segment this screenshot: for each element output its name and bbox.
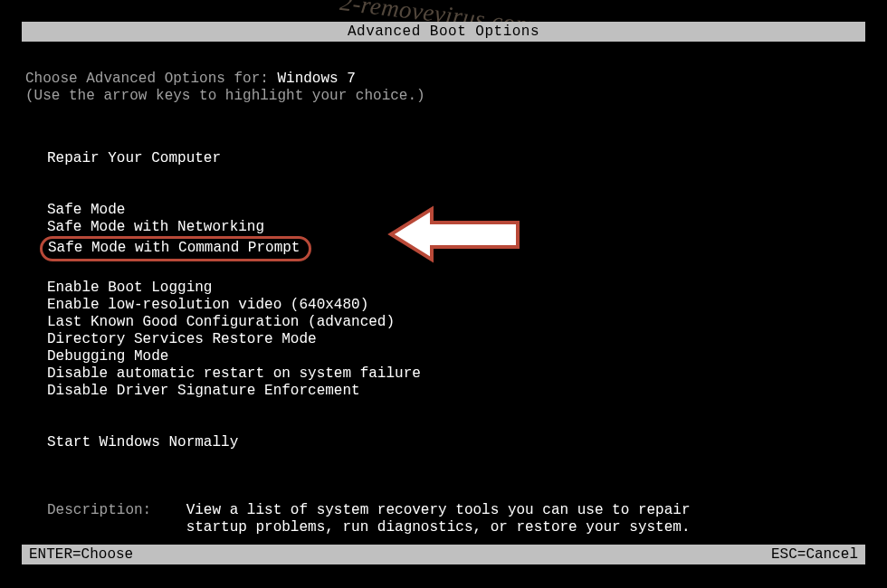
description-text-1: View a list of system recovery tools you… — [186, 502, 691, 518]
menu-item-debugging[interactable]: Debugging Mode — [47, 348, 168, 365]
menu-item-last-known-good[interactable]: Last Known Good Configuration (advanced) — [47, 314, 395, 331]
menu-item-low-res[interactable]: Enable low-resolution video (640x480) — [47, 297, 368, 314]
description-indent — [47, 519, 186, 536]
os-name: Windows 7 — [277, 71, 355, 87]
menu-item-safe-mode-cmd[interactable]: Safe Mode with Command Prompt — [48, 240, 300, 257]
footer-esc-hint: ESC=Cancel — [771, 546, 858, 563]
menu-item-ds-restore[interactable]: Directory Services Restore Mode — [47, 331, 317, 348]
menu-item-disable-auto-restart[interactable]: Disable automatic restart on system fail… — [47, 365, 421, 383]
menu-item-repair[interactable]: Repair Your Computer — [47, 150, 221, 167]
menu-item-highlighted[interactable]: Safe Mode with Command Prompt — [40, 236, 311, 261]
description-text-2: startup problems, run diagnostics, or re… — [186, 519, 691, 536]
header-line: Choose Advanced Options for: Windows 7 — [25, 71, 862, 88]
description-block: Description: View a list of system recov… — [47, 502, 862, 536]
boot-menu[interactable]: Repair Your Computer Safe Mode Safe Mode… — [47, 150, 862, 536]
footer-enter-hint: ENTER=Choose — [29, 546, 133, 563]
menu-item-start-normally[interactable]: Start Windows Normally — [47, 434, 238, 451]
menu-item-safe-mode-networking[interactable]: Safe Mode with Networking — [47, 219, 264, 236]
instruction-line: (Use the arrow keys to highlight your ch… — [25, 88, 862, 105]
main-content: Choose Advanced Options for: Windows 7 (… — [25, 71, 862, 536]
menu-item-boot-logging[interactable]: Enable Boot Logging — [47, 280, 212, 297]
header-prefix: Choose Advanced Options for: — [25, 71, 277, 87]
page-title: Advanced Boot Options — [348, 24, 539, 40]
description-label: Description: — [47, 502, 186, 518]
menu-item-safe-mode[interactable]: Safe Mode — [47, 202, 125, 219]
footer-bar: ENTER=Choose ESC=Cancel — [22, 545, 865, 564]
menu-item-disable-driver-sig[interactable]: Disable Driver Signature Enforcement — [47, 383, 360, 400]
boot-options-title-bar: Advanced Boot Options — [22, 22, 865, 42]
pointer-arrow-icon — [382, 200, 527, 273]
